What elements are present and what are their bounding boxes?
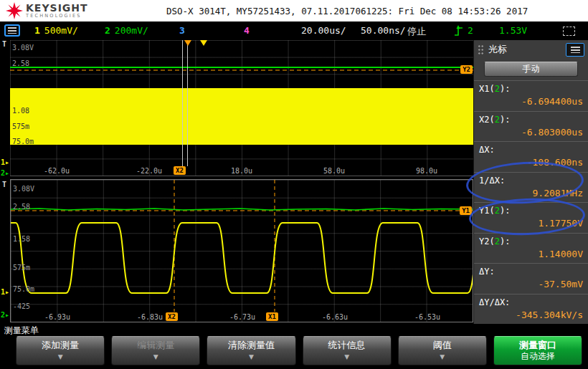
y-axis-label: 75.0m [12, 138, 34, 145]
trigger-marker-bottom: T [2, 181, 6, 188]
readout-value: 1.17750V [479, 218, 583, 229]
main-timebase[interactable]: 20.00us/ [301, 25, 346, 36]
grip-icon[interactable] [478, 44, 484, 55]
time-label: -6.83u [130, 313, 170, 321]
time-label: -6.53u [407, 313, 447, 321]
dropdown-arrow-icon: ▼ [112, 353, 199, 361]
instrument-title: DSO-X 3014T, MY57251433, 07.11.201706122… [166, 6, 528, 16]
brand-name: KEYSIGHT [26, 3, 88, 13]
sidebar-title: 光标 [488, 43, 561, 56]
zoom-panel-traces [11, 180, 473, 322]
cursor-sidebar: 光标 手动 X1(2): -6.694400us X2(2): -6.80300… [473, 40, 588, 324]
channel4-status[interactable]: 4 [244, 25, 254, 36]
time-label: 58.0u [314, 167, 354, 175]
time-label: -6.93u [37, 313, 77, 321]
zoom-timebase[interactable]: 50.00ns/ [361, 25, 406, 36]
menu-icon[interactable] [4, 24, 20, 37]
waveform-area: T 1▸ 2▸ T 1▸ 2▸ 3.08V 2.58 1.08 575m 75.… [0, 40, 473, 324]
y-axis-label: 2.58 [12, 60, 29, 67]
y2-cursor-tag[interactable]: Y2 [460, 65, 473, 74]
hamburger-icon [8, 27, 16, 34]
readout-value: 1.14000V [479, 249, 583, 259]
time-label: 18.0u [222, 167, 262, 175]
time-label: -22.0u [129, 167, 169, 175]
acquisition-state: 停止 [407, 25, 426, 38]
capture-frame-icon[interactable] [563, 27, 575, 36]
readout-value: -6.803000us [479, 127, 583, 138]
readout-x2: X2(2): -6.803000us [474, 111, 588, 142]
sidebar-header: 光标 [474, 40, 588, 59]
readout-y1: Y1(2): 1.17750V [474, 202, 588, 233]
readout-y2: Y2(2): 1.14000V [474, 233, 588, 264]
softkey-clear-measurements[interactable]: 清除测量值 ▼ [207, 336, 295, 365]
readout-frequency: 1/ΔX: 9.2081MHz [474, 172, 588, 203]
readout-slope: ΔY/ΔX: -345.304kV/s [474, 294, 588, 325]
x1-cursor-tag[interactable]: X1 [266, 312, 278, 321]
trigger-marker-top: T [2, 41, 6, 48]
trigger-source[interactable]: 2 [468, 25, 473, 36]
softkey-add-measurement[interactable]: 添加测量 ▼ [16, 336, 105, 365]
menu-title: 测量菜单 [4, 325, 39, 337]
main-panel-traces [10, 40, 473, 176]
x2-cursor-tag[interactable]: X2 [174, 166, 186, 175]
keysight-logo: KEYSIGHT TECHNOLOGIES [6, 2, 88, 19]
x2-cursor-tag[interactable]: X2 [166, 312, 178, 321]
cursor-mode-button[interactable]: 手动 [484, 62, 578, 77]
title-bar: KEYSIGHT TECHNOLOGIES DSO-X 3014T, MY572… [0, 0, 588, 21]
ch2-ground-marker-bottom[interactable]: 2▸ [1, 312, 9, 319]
y-axis-label: 1.08 [12, 107, 29, 115]
trigger-position-icon [200, 40, 207, 46]
readout-value: -108.600ns [479, 157, 583, 168]
brand-subtitle: TECHNOLOGIES [26, 13, 88, 19]
cursor-readouts: X1(2): -6.694400us X2(2): -6.803000us ΔX… [474, 80, 588, 324]
softkey-threshold[interactable]: 阈值 ▼ [398, 336, 487, 365]
y-axis-label: 575m [13, 264, 30, 272]
zoom-window-marker-icon [184, 40, 191, 46]
dropdown-arrow-icon: ▼ [399, 353, 486, 361]
status-bar: 1500mV/ 2200mV/ 3 4 20.00us/ 50.00ns/ 停止… [0, 21, 588, 40]
time-label: 98.0u [407, 167, 447, 175]
dropdown-arrow-icon: ▼ [207, 353, 295, 361]
sidebar-menu-icon[interactable] [566, 43, 584, 57]
keysight-spark-icon [6, 2, 23, 19]
softkey-edit-measurement[interactable]: 编辑测量 ▼ [111, 336, 200, 365]
readout-x1: X1(2): -6.694400us [474, 80, 588, 111]
channel1-status[interactable]: 1500mV/ [34, 25, 78, 36]
trigger-level[interactable]: 1.53V [499, 25, 527, 36]
dropdown-arrow-icon: ▼ [16, 353, 104, 361]
ch2-trace [11, 209, 473, 210]
softkey-menu: 测量菜单 添加测量 ▼ 编辑测量 ▼ 清除测量值 ▼ 统计信息 ▼ 阈值 ▼ [0, 324, 588, 369]
y-axis-label: -425 [13, 303, 30, 310]
y-axis-label: 3.08V [12, 44, 34, 52]
zoom-timebase-panel: 3.08V 2.58 1.58 575m 75.0m -425 -6.93u -… [10, 179, 473, 322]
list-icon [571, 47, 580, 53]
softkey-statistics[interactable]: 统计信息 ▼ [303, 336, 392, 365]
oscilloscope-screen: KEYSIGHT TECHNOLOGIES DSO-X 3014T, MY572… [0, 0, 588, 369]
channel2-status[interactable]: 2200mV/ [105, 25, 148, 36]
time-label: -6.63u [315, 313, 355, 321]
readout-value: -37.50mV [479, 279, 583, 289]
ch1-ground-marker-top[interactable]: 1▸ [1, 159, 9, 166]
readout-value: -6.694400us [479, 96, 583, 107]
readout-value: -345.304kV/s [479, 310, 583, 320]
ch2-ground-marker-top[interactable]: 2▸ [1, 170, 9, 177]
readout-delta-y: ΔY: -37.50mV [474, 263, 588, 294]
trigger-edge-icon [454, 24, 463, 39]
y-axis-label: 2.58 [13, 203, 30, 211]
ch1-trace [11, 223, 473, 293]
y1-cursor-tag[interactable]: Y1 [460, 206, 472, 215]
y-axis-label: 75.0m [13, 286, 34, 293]
y-axis-label: 1.58 [13, 236, 30, 243]
readout-delta-x: ΔX: -108.600ns [474, 141, 588, 172]
channel3-status[interactable]: 3 [179, 25, 189, 36]
y-axis-label: 575m [12, 123, 29, 130]
readout-value: 9.2081MHz [479, 188, 583, 198]
softkey-measurement-window[interactable]: 测量窗口 自动选择 [493, 336, 582, 365]
time-label: -62.0u [37, 167, 77, 175]
main-timebase-panel: 3.08V 2.58 1.08 575m 75.0m -62.0u -22.0u… [10, 40, 473, 176]
y-axis-label: 3.08V [13, 186, 34, 193]
time-label: -6.73u [222, 313, 262, 321]
dropdown-arrow-icon: ▼ [303, 353, 391, 361]
ch1-ground-marker-bottom[interactable]: 1▸ [1, 289, 9, 296]
